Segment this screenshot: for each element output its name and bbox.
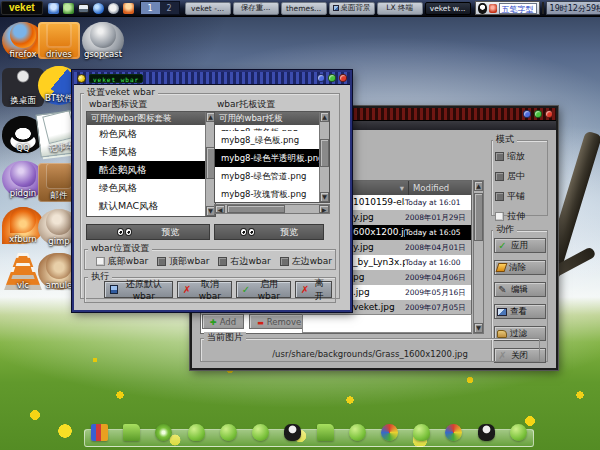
scroll-track[interactable] xyxy=(320,122,329,192)
search-icon[interactable] xyxy=(108,3,119,14)
button-icon xyxy=(497,240,508,251)
task-veket-file[interactable]: veket -... xyxy=(185,2,231,15)
scroll-right-icon[interactable]: ▶ xyxy=(319,205,329,213)
close-window-button[interactable] xyxy=(545,110,553,118)
apply-button[interactable]: 应用 xyxy=(494,238,546,253)
task-themes[interactable]: themes... xyxy=(281,2,327,15)
maximize-button[interactable] xyxy=(328,74,336,82)
tray-list-scrollbar[interactable]: ▲ ▼ xyxy=(319,112,329,202)
task-wallpaper[interactable]: 桌面背景 xyxy=(329,2,375,15)
list-item[interactable]: 默认MAC风格 xyxy=(87,197,205,215)
taskbar: veket 12 veket -... 保存重... themes... 桌面背… xyxy=(0,0,600,17)
task-veket-wbar[interactable]: veket w... xyxy=(425,2,471,15)
dock-paint-ball-icon[interactable] xyxy=(381,424,398,441)
task-lx-terminal[interactable]: LX 终端 xyxy=(377,2,423,15)
dock-palette-icon[interactable] xyxy=(445,424,462,441)
dock-books-icon[interactable] xyxy=(91,424,108,441)
minus-icon xyxy=(257,317,264,327)
list-item[interactable]: 酷企鹅风格 xyxy=(87,161,205,179)
dock-green-apple-icon[interactable] xyxy=(349,424,366,441)
window-menu-icon[interactable] xyxy=(77,74,86,83)
list-item[interactable]: 卡通风格 xyxy=(87,143,205,161)
green-app-icon[interactable] xyxy=(63,3,74,14)
desktop-icon-drives[interactable]: drives xyxy=(38,22,80,59)
checkbox-top-wbar[interactable]: 顶部wbar xyxy=(157,255,209,268)
scroll-left-icon[interactable]: ◀ xyxy=(215,205,225,213)
scroll-track[interactable] xyxy=(474,191,483,323)
clear-button[interactable]: 清除 xyxy=(494,260,546,275)
window-buttons xyxy=(317,74,347,82)
checkbox-right-wbar[interactable]: 右边wbar xyxy=(218,255,270,268)
list-item[interactable]: mybg8-绿色半透明板.png xyxy=(215,149,319,167)
checkbox-box xyxy=(280,257,289,266)
minimize-button[interactable] xyxy=(523,110,531,118)
list-item[interactable]: mybg8_绿色板.png xyxy=(215,131,319,149)
scroll-track[interactable] xyxy=(225,205,319,213)
person-icon[interactable] xyxy=(123,3,134,14)
list-item[interactable]: 粉色风格 xyxy=(87,125,205,143)
list-item[interactable]: mybg8-绿色管道.png xyxy=(215,167,319,185)
scroll-down-icon[interactable]: ▼ xyxy=(320,192,329,202)
red-tray-icon[interactable] xyxy=(489,4,497,13)
remove-button[interactable]: Remove xyxy=(249,314,309,329)
clock[interactable]: 19时12分59秒 xyxy=(546,1,600,15)
dock-seed-ball-icon[interactable] xyxy=(510,424,527,441)
close-window-button[interactable] xyxy=(339,74,347,82)
button-label: 编辑 xyxy=(511,284,528,296)
dock-watering-can-icon[interactable] xyxy=(188,424,205,441)
dock-burn-disc-icon[interactable] xyxy=(155,424,172,441)
enable-wbar-button[interactable]: 启用wbar xyxy=(236,281,291,298)
icon-preview-button[interactable]: 预览 xyxy=(86,224,210,240)
tray-list-hscrollbar[interactable]: ◀ ▶ xyxy=(214,204,330,214)
leave-button[interactable]: 离开 xyxy=(295,281,332,298)
dock-creature-icon[interactable] xyxy=(220,424,237,441)
restore-default-wbar-button[interactable]: 还原默认wbar xyxy=(104,281,173,298)
globe-icon[interactable] xyxy=(93,3,104,14)
edit-button[interactable]: 编辑 xyxy=(494,282,546,297)
dock-penguin-boy-icon[interactable] xyxy=(284,424,301,441)
scroll-down-icon[interactable]: ▼ xyxy=(474,323,483,333)
checkbox-left-wbar[interactable]: 左边wbar xyxy=(280,255,332,268)
list-item[interactable]: mybg8-玫瑰背板.png xyxy=(215,185,319,202)
dock-teapot-icon[interactable] xyxy=(413,424,430,441)
scroll-thumb[interactable] xyxy=(227,205,285,213)
minimize-button[interactable] xyxy=(317,74,325,82)
display-icon[interactable] xyxy=(78,4,89,13)
workspace-1[interactable]: 1 xyxy=(141,2,160,14)
modified-column-header[interactable]: Modified xyxy=(409,181,471,195)
table-scrollbar[interactable]: ▲ ▼ xyxy=(473,180,484,334)
checkbox-bottom-wbar[interactable]: 底部wbar xyxy=(96,255,148,268)
task-save[interactable]: 保存重... xyxy=(233,2,279,15)
scroll-up-icon[interactable]: ▲ xyxy=(320,112,329,122)
app-label: firefox xyxy=(10,49,37,59)
tray-preview-button[interactable]: 预览 xyxy=(214,224,324,240)
dock-folder-icon[interactable] xyxy=(123,424,140,441)
checkbox-tile[interactable]: 平铺 xyxy=(495,190,525,203)
scroll-thumb[interactable] xyxy=(320,139,329,167)
cancel-wbar-button[interactable]: 取消wbar xyxy=(177,281,232,298)
tux-tray-icon[interactable] xyxy=(478,3,487,14)
add-button[interactable]: Add xyxy=(202,314,244,329)
checkbox-center[interactable]: 居中 xyxy=(495,170,525,183)
user-icon[interactable] xyxy=(48,3,59,14)
app-icon xyxy=(10,22,36,48)
tray-list-header[interactable]: 可用的wbar托板 xyxy=(215,112,319,125)
maximize-button[interactable] xyxy=(534,110,542,118)
dock-recycle-box-icon[interactable] xyxy=(317,424,334,441)
list-item[interactable]: 绿色风格 xyxy=(87,179,205,197)
desktop-icon-gsopcast[interactable]: gsopcast xyxy=(82,22,124,59)
file-modified: Today at 16:05 xyxy=(405,225,471,240)
scroll-up-icon[interactable]: ▲ xyxy=(474,181,483,191)
workspace-2[interactable]: 2 xyxy=(160,2,179,14)
view-button[interactable]: 查看 xyxy=(494,304,546,319)
wbar-window-titlebar[interactable]: veket wbar xyxy=(74,72,350,85)
checkbox-zoom[interactable]: 缩放 xyxy=(495,150,525,163)
icon-list-header[interactable]: 可用的wbar图标套装 xyxy=(87,112,205,125)
task-label: LX 终端 xyxy=(386,3,413,13)
scroll-thumb[interactable] xyxy=(474,193,483,241)
dock-penguin-icon[interactable] xyxy=(478,424,495,441)
checkbox-stretch[interactable]: 拉伸 xyxy=(495,210,525,223)
input-method-indicator[interactable]: 五笔字型 xyxy=(499,3,537,14)
dock-frog-icon[interactable] xyxy=(252,424,269,441)
veket-menu-button[interactable]: veket xyxy=(1,1,43,15)
